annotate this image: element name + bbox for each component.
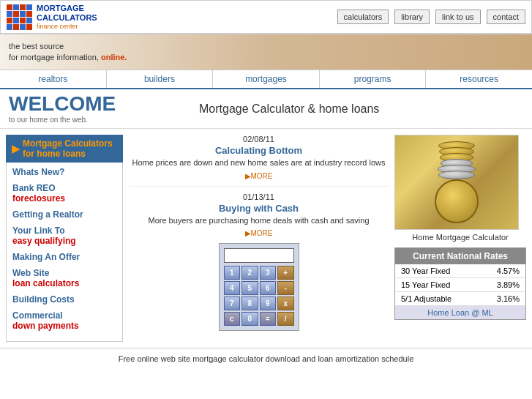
- main-nav: realtors builders mortgages programs res…: [0, 70, 532, 89]
- welcome-sub: to our home on the web.: [9, 116, 155, 124]
- news-item-1: 02/08/11 Calculating Bottom Home prices …: [129, 135, 389, 179]
- sidebar-header-line1: Mortgage Calculators: [23, 138, 113, 149]
- nav-programs[interactable]: programs: [320, 70, 427, 88]
- nav-resources[interactable]: resources: [426, 70, 532, 88]
- sidebar-loan-calc-text: loan calculators: [12, 278, 79, 288]
- calc-btn-6[interactable]: 6: [260, 281, 277, 295]
- rate-row-15yr: 15 Year Fixed 3.89%: [395, 278, 525, 292]
- news-title-2[interactable]: Buying with Cash: [129, 203, 389, 214]
- logo-sq: [13, 4, 19, 10]
- welcome-bar: WELCOME to our home on the web. Mortgage…: [0, 89, 532, 129]
- logo-sq: [13, 24, 19, 30]
- more-link-1[interactable]: ▶ MORE: [129, 172, 389, 180]
- more-arrow-icon-1: ▶: [245, 172, 251, 180]
- calc-buttons: 1 2 3 + 4 5 6 - 7 8 9 x c 0 = /: [224, 266, 294, 326]
- sidebar-header-line2: for home loans: [23, 149, 113, 159]
- sidebar-link-bank-reo[interactable]: Bank REOforeclosures: [12, 183, 116, 204]
- banner-text: the best source for mortgage information…: [9, 41, 127, 64]
- sidebar-header-text: Mortgage Calculators for home loans: [23, 138, 113, 159]
- calc-btn-equals[interactable]: =: [260, 312, 277, 326]
- library-button[interactable]: library: [394, 10, 430, 24]
- logo-sq: [26, 11, 32, 17]
- logo-sq: [7, 24, 12, 30]
- logo-sub: finance center: [37, 23, 97, 30]
- sidebar-link-building[interactable]: Building Costs: [12, 294, 116, 305]
- logo-sq: [26, 4, 32, 10]
- logo-squares: [7, 4, 32, 30]
- coin-large: [435, 179, 479, 223]
- calculator-widget: 1 2 3 + 4 5 6 - 7 8 9 x c 0 = /: [219, 243, 299, 331]
- logo-sq: [26, 18, 32, 23]
- calc-btn-1[interactable]: 1: [224, 266, 241, 280]
- calc-btn-0[interactable]: 0: [241, 312, 258, 326]
- sidebar-link-commercial[interactable]: Commercialdown payments: [12, 310, 116, 331]
- nav-builders[interactable]: builders: [107, 70, 214, 88]
- sidebar-link-red-text: foreclosures: [12, 193, 65, 204]
- sidebar-easy-qualifying: easy qualifying: [12, 236, 76, 246]
- logo-sq: [7, 11, 12, 17]
- sidebar-link-whats-new[interactable]: Whats New?: [12, 167, 116, 177]
- news-body-2: More buyers are purchasing home deals wi…: [129, 215, 389, 226]
- main-content: ▶ Mortgage Calculators for home loans Wh…: [0, 129, 532, 348]
- rate-label-15yr: 15 Year Fixed: [401, 280, 450, 289]
- logo-sq: [13, 11, 19, 17]
- calc-btn-divide[interactable]: /: [277, 312, 294, 326]
- logo-sq: [26, 24, 32, 30]
- rate-value-15yr: 3.89%: [497, 280, 520, 289]
- calc-btn-2[interactable]: 2: [241, 266, 258, 280]
- news-item-2: 01/13/11 Buying with Cash More buyers ar…: [129, 193, 389, 237]
- rate-label-arm: 5/1 Adjustable: [401, 294, 452, 303]
- calc-btn-plus[interactable]: +: [277, 266, 294, 280]
- rate-value-arm: 3.16%: [497, 294, 520, 303]
- sidebar-link-your-link[interactable]: Your Link Toeasy qualifying: [12, 225, 116, 246]
- news-separator: [129, 186, 389, 187]
- page-title: Mortgage Calculator & home loans: [199, 102, 379, 116]
- banner-line1: the best source: [9, 42, 64, 51]
- nav-realtors[interactable]: realtors: [0, 70, 107, 88]
- calc-btn-7[interactable]: 7: [224, 297, 241, 310]
- news-body-1: Home prices are down and new home sales …: [129, 157, 389, 168]
- logo-sq: [20, 24, 26, 30]
- more-text-1: MORE: [251, 172, 273, 180]
- sidebar-link-loan-calc[interactable]: Web Siteloan calculators: [12, 268, 116, 288]
- sidebar-arrow-icon: ▶: [12, 143, 20, 154]
- sidebar-link-offer[interactable]: Making An Offer: [12, 252, 116, 262]
- rate-value-30yr: 4.57%: [497, 266, 520, 275]
- sidebar: ▶ Mortgage Calculators for home loans Wh…: [6, 135, 123, 342]
- nav-mortgages[interactable]: mortgages: [213, 70, 320, 88]
- footer-text: Free online web site mortgage calculator…: [119, 354, 414, 363]
- right-column: Home Mortgage Calculator Current Nationa…: [394, 135, 526, 342]
- contact-button[interactable]: contact: [487, 10, 525, 24]
- calc-btn-8[interactable]: 8: [241, 297, 258, 310]
- calc-btn-clear[interactable]: c: [224, 312, 241, 326]
- page-footer: Free online web site mortgage calculator…: [0, 348, 532, 369]
- logo-sq: [20, 18, 26, 23]
- calc-btn-3[interactable]: 3: [260, 266, 277, 280]
- welcome-block: WELCOME to our home on the web.: [9, 94, 155, 124]
- calc-display: [224, 248, 294, 263]
- news-title-1[interactable]: Calculating Bottom: [129, 145, 389, 156]
- logo-line1: MORTGAGE: [37, 4, 97, 13]
- calc-btn-4[interactable]: 4: [224, 281, 241, 295]
- rates-footer[interactable]: Home Loan @ ML: [395, 306, 525, 319]
- calculators-button[interactable]: calculators: [337, 10, 389, 24]
- center-content: 02/08/11 Calculating Bottom Home prices …: [129, 135, 389, 342]
- calc-btn-minus[interactable]: -: [277, 281, 294, 295]
- news-date-2: 01/13/11: [129, 193, 389, 201]
- calc-btn-5[interactable]: 5: [241, 281, 258, 295]
- more-link-2[interactable]: ▶ MORE: [129, 229, 389, 237]
- more-arrow-icon-2: ▶: [245, 229, 251, 237]
- logo-sq: [7, 4, 12, 10]
- news-date-1: 02/08/11: [129, 135, 389, 143]
- calc-btn-9[interactable]: 9: [260, 297, 277, 310]
- banner-highlight: online.: [101, 53, 127, 61]
- sidebar-link-realtor[interactable]: Getting a Realtor: [12, 209, 116, 220]
- header-nav: calculators library link to us contact: [337, 10, 525, 24]
- link-to-us-button[interactable]: link to us: [435, 10, 480, 24]
- sidebar-down-payments: down payments: [12, 321, 79, 331]
- calc-btn-multiply[interactable]: x: [277, 297, 294, 310]
- rates-title: Current National Rates: [395, 248, 525, 264]
- sidebar-links: Whats New? Bank REOforeclosures Getting …: [6, 163, 123, 342]
- coins-image: [394, 135, 519, 230]
- coins-caption: Home Mortgage Calculator: [394, 233, 526, 242]
